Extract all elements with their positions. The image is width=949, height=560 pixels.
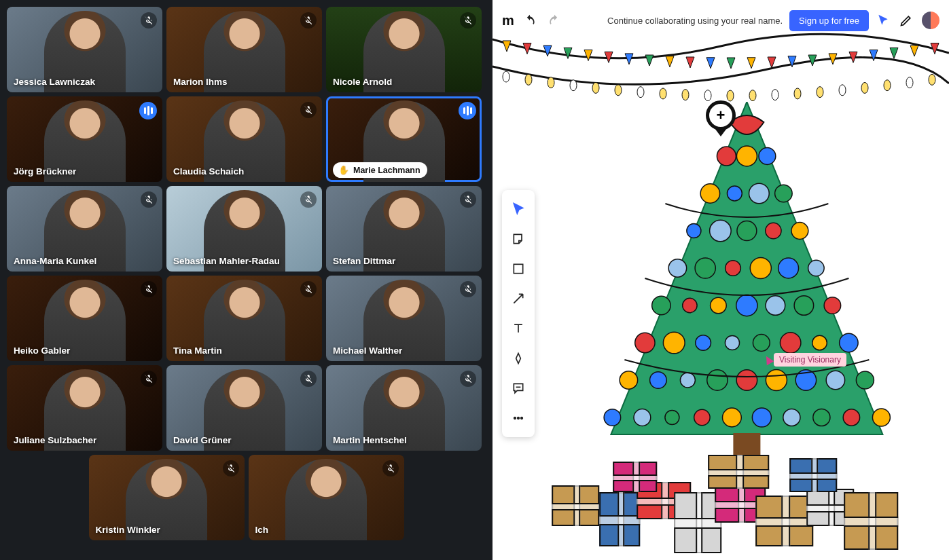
redo-button[interactable] — [545, 12, 563, 29]
tool-pen[interactable] — [505, 345, 532, 372]
svg-point-70 — [663, 332, 685, 354]
video-tile[interactable]: Anna-Maria Kunkel — [7, 186, 162, 272]
video-tile[interactable]: Sebastian Mahler-Radau — [166, 186, 322, 272]
svg-marker-7 — [645, 55, 653, 66]
svg-point-27 — [615, 85, 622, 96]
svg-point-29 — [660, 88, 666, 99]
tool-arrow[interactable] — [505, 285, 532, 312]
app-logo[interactable]: m — [502, 13, 514, 29]
svg-point-85 — [856, 371, 874, 389]
svg-point-68 — [824, 297, 841, 314]
svg-point-58 — [726, 261, 741, 276]
svg-point-92 — [783, 409, 800, 426]
svg-marker-13 — [768, 57, 776, 68]
video-tile[interactable]: Jessica Lawniczak — [7, 7, 162, 92]
video-tile[interactable]: Stefan Dittmar — [326, 186, 482, 272]
svg-point-81 — [736, 370, 757, 391]
remote-cursor-label: Visiting Visionary — [774, 353, 846, 367]
video-tile[interactable]: Ich — [249, 455, 404, 540]
participant-name: Juliane Sulzbacher — [14, 435, 96, 445]
video-tile[interactable]: Jörg Brückner — [7, 96, 162, 182]
gift-box — [708, 455, 769, 489]
svg-point-82 — [766, 369, 787, 390]
svg-point-72 — [725, 335, 739, 350]
whiteboard-panel: + Visiting Visionary — [493, 0, 949, 560]
participant-name: Sebastian Mahler-Radau — [173, 256, 280, 266]
svg-point-24 — [548, 77, 554, 88]
svg-point-28 — [637, 87, 644, 98]
participant-name: Jessica Lawniczak — [14, 77, 95, 87]
participant-name: Claudia Schaich — [173, 166, 244, 176]
gift-box — [599, 492, 640, 546]
signup-button[interactable]: Sign up for free — [789, 10, 869, 31]
video-tile[interactable]: Tina Martin — [166, 276, 322, 361]
svg-point-63 — [683, 298, 697, 312]
svg-point-35 — [794, 88, 801, 99]
gift-box — [613, 462, 657, 492]
svg-point-55 — [791, 223, 808, 240]
muted-icon — [460, 12, 476, 29]
participant-name: Martin Hentschel — [333, 435, 407, 445]
gift-box — [755, 496, 813, 546]
svg-point-62 — [652, 296, 670, 314]
video-tile[interactable]: Kristin Winkler — [89, 455, 245, 540]
muted-icon — [460, 191, 476, 208]
svg-point-47 — [700, 184, 719, 203]
tool-rectangle[interactable] — [505, 255, 532, 282]
svg-marker-9 — [686, 57, 694, 68]
video-tile[interactable]: Claudia Schaich — [166, 96, 322, 182]
user-avatar[interactable] — [922, 12, 939, 29]
svg-point-32 — [727, 90, 734, 101]
tool-text[interactable] — [505, 315, 532, 342]
muted-icon — [382, 460, 399, 477]
video-tile[interactable]: Martin Hentschel — [326, 365, 482, 451]
svg-point-98 — [518, 417, 520, 419]
cursor-pointer-icon — [763, 354, 774, 365]
zoom-pin[interactable]: + — [706, 100, 736, 137]
tool-sticky[interactable] — [505, 225, 532, 253]
svg-point-59 — [750, 257, 771, 278]
video-tile[interactable]: Heiko Gabler — [7, 276, 162, 361]
muted-icon — [460, 371, 476, 387]
muted-icon — [223, 460, 239, 477]
muted-icon — [300, 102, 317, 118]
presents — [538, 424, 918, 560]
pen-tool-icon[interactable] — [899, 13, 914, 28]
svg-point-60 — [778, 258, 799, 278]
svg-marker-10 — [706, 58, 715, 69]
video-tile[interactable]: Nicole Arnold — [326, 7, 482, 92]
svg-point-89 — [694, 409, 710, 425]
svg-point-57 — [695, 258, 715, 278]
svg-point-48 — [727, 186, 742, 201]
participant-name: Jörg Brückner — [14, 166, 76, 176]
tool-comment[interactable] — [505, 375, 532, 402]
svg-marker-4 — [584, 50, 592, 61]
video-grid: Jessica LawniczakMarion IhmsNicole Arnol… — [0, 0, 493, 560]
svg-point-84 — [826, 371, 844, 389]
video-tile[interactable]: Michael Walther — [326, 276, 482, 361]
svg-point-53 — [737, 221, 757, 241]
top-bar: m Continue collaborating using your real… — [493, 5, 949, 35]
video-tile[interactable]: ✋Marie Lachmann — [326, 96, 482, 182]
participant-name: Anna-Maria Kunkel — [14, 256, 96, 266]
muted-icon — [141, 281, 157, 297]
video-tile[interactable]: David Grüner — [166, 365, 322, 451]
svg-point-67 — [794, 296, 814, 316]
tool-more[interactable] — [505, 405, 532, 432]
svg-point-22 — [503, 71, 509, 82]
video-tile[interactable]: Juliane Sulzbacher — [7, 365, 162, 451]
cursor-tool-icon[interactable] — [876, 13, 891, 28]
tool-cursor[interactable] — [505, 195, 532, 223]
video-tile[interactable]: Marion Ihms — [166, 7, 322, 92]
undo-button[interactable] — [521, 12, 539, 29]
svg-point-33 — [749, 90, 756, 101]
svg-point-25 — [570, 80, 577, 91]
speaking-indicator-icon — [139, 102, 157, 119]
side-toolbar — [502, 190, 535, 437]
svg-marker-0 — [503, 41, 511, 52]
svg-point-26 — [592, 82, 599, 93]
canvas[interactable]: + Visiting Visionary — [493, 0, 949, 560]
svg-point-99 — [521, 417, 523, 419]
svg-point-87 — [634, 409, 651, 426]
svg-point-94 — [843, 409, 859, 426]
